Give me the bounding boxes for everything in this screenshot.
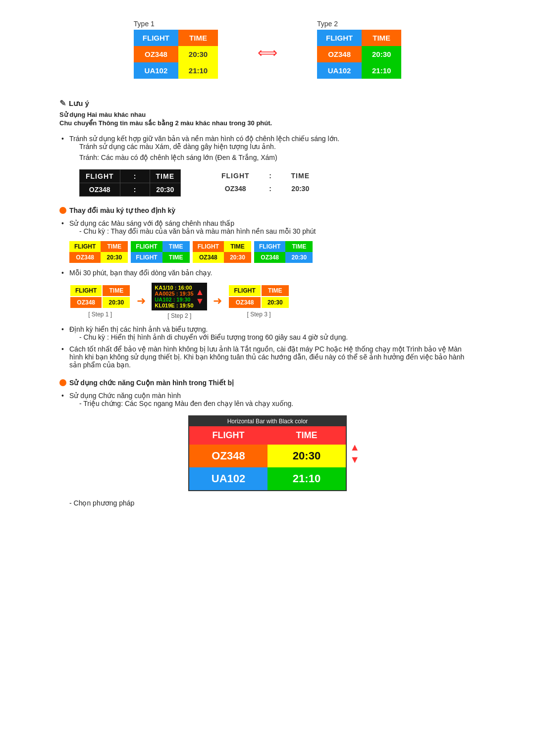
table-row: FLIGHT TIME [131,252,189,263]
type1-row1-flight: OZ348 [134,46,178,62]
table-row: OZ348 20:30 [254,252,313,263]
s3-d2: 20:30 [262,297,289,308]
type1-row2-flight: UA102 [134,62,178,79]
table-row: FLIGHT TIME [69,241,128,252]
list-item: Định kỳ hiển thị các hình ảnh và biểu tư… [59,325,476,341]
note-subtitle2: Chu chuyển Thông tin màu sắc bằng 2 màu … [59,119,476,127]
list-item: Cách tốt nhất để bảo vệ màn hình không b… [59,345,476,369]
type2-table: FLIGHT TIME OZ348 20:30 UA102 21:10 [317,30,401,79]
comparison-arrow: ⟺ [258,20,277,61]
note-subtitle1: Sử dụng Hai màu khác nhau [59,111,476,118]
table-row: OZ348 : 20:30 [80,183,181,197]
section3-heading: Sử dụng chức năng Cuộn màn hình trong Th… [59,379,476,387]
section2-bullet2: Mỗi 30 phút, bạn thay đổi dòng văn bản c… [59,269,476,277]
cb4-d2: 20:30 [285,252,313,263]
type2-header-time: TIME [362,30,401,46]
cycle-box-1: FLIGHT TIME OZ348 20:30 [69,241,128,263]
cb2-d2: TIME [162,252,190,263]
hbar-data-time1: 20:30 [268,445,346,467]
step1-label: [ Step 1 ] [88,311,112,318]
step2-row3: UA102 : 19:30 [155,297,193,302]
list-item: Sử dụng Chức năng cuộn màn hình - Triệu … [59,392,476,407]
hbar-header-flight: FLIGHT [189,426,268,445]
cb2-h2: TIME [162,241,190,252]
section2-title: Thay đổi màu ký tự theo định kỳ [69,206,175,214]
plain-demo-colon: : [256,169,285,182]
type1-row2-time: 21:10 [178,62,218,79]
table-row: OZ348 20:30 [69,252,128,263]
cb3-h1: FLIGHT [193,241,224,252]
cycle-table-1: FLIGHT TIME OZ348 20:30 [69,241,128,263]
type2-header-flight: FLIGHT [317,30,362,46]
hbar-data-row1: OZ348 20:30 [189,445,346,467]
black-demo-header-time: TIME [150,170,180,183]
cb4-h2: TIME [285,241,313,252]
type1-row1-time: 20:30 [178,46,218,62]
note-section: ✎ Lưu ý Sử dụng Hai màu khác nhau Chu ch… [59,99,476,197]
table-row: OZ348 20:30 [317,46,401,62]
plain-demo-header-time: TIME [285,169,316,182]
indent-text: Tránh sử dụng các màu Xám, dễ dàng gây h… [69,143,476,151]
list-item: Mỗi 30 phút, bạn thay đổi dòng văn bản c… [59,269,476,277]
type1-label: Type 1 [134,20,218,28]
step1-table: FLIGHT TIME OZ348 20:30 [69,284,131,309]
table-row: OZ348 20:30 [193,252,251,263]
section2-bullets: Sử dụng các Màu sáng với độ sáng chênh n… [59,219,476,235]
section3-bullets: Sử dụng Chức năng cuộn màn hình - Triệu … [59,392,476,407]
step1-box: FLIGHT TIME OZ348 20:30 [ Step 1 ] [69,284,131,318]
hbar-header-row: FLIGHT TIME [189,426,346,445]
note-title: ✎ Lưu ý [59,99,476,108]
table-row: OZ348 20:30 [229,297,288,308]
plain-demo-table: FLIGHT : TIME OZ348 : 20:30 [215,169,316,195]
plain-demo-header-flight: FLIGHT [215,169,256,182]
step3-box: FLIGHT TIME OZ348 20:30 [ Step 3 ] [228,284,289,318]
solution-label: - Chọn phương pháp [59,499,476,507]
hbar-data-row2: UA102 21:10 [189,467,346,490]
cycle-table-2: FLIGHT TIME FLIGHT TIME [131,241,189,263]
step3-table: FLIGHT TIME OZ348 20:30 [228,284,289,309]
table-row: FLIGHT TIME [193,241,251,252]
hbar-scroll-arrows: ▲ ▼ [350,442,360,465]
table-row: FLIGHT TIME [254,241,313,252]
cb2-h1: FLIGHT [131,241,162,252]
step2-box: KA1/10 : 16:00 AA0025 : 19:35 UA102 : 19… [152,283,207,319]
type2-row2-time: 21:10 [362,62,401,79]
table-row: UA102 21:10 [134,62,218,79]
step2-display: KA1/10 : 16:00 AA0025 : 19:35 UA102 : 19… [152,283,207,310]
cycle-table-3: FLIGHT TIME OZ348 20:30 [193,241,251,263]
step-demo: FLIGHT TIME OZ348 20:30 [ Step 1 ] ➜ KA1… [69,283,476,319]
table-row: FLIGHT TIME [134,30,218,46]
list-item: Sử dụng các Màu sáng với độ sáng chênh n… [59,219,476,235]
cb1-d1: OZ348 [69,252,101,263]
table-row: FLIGHT TIME [70,285,130,296]
cycle-table-4: FLIGHT TIME OZ348 20:30 [254,241,313,263]
cb3-d1: OZ348 [193,252,224,263]
type1-header-flight: FLIGHT [134,30,178,46]
cb1-h1: FLIGHT [69,241,101,252]
black-demo-table: FLIGHT : TIME OZ348 : 20:30 [79,169,181,197]
hbar-header-time: TIME [268,426,346,445]
demo-comparison-row: FLIGHT : TIME OZ348 : 20:30 FLIGHT : TIM… [79,169,476,197]
step2-text: KA1/10 : 16:00 AA0025 : 19:35 UA102 : 19… [155,285,193,308]
cycle-demo: FLIGHT TIME OZ348 20:30 FLIGHT TIME FLIG… [69,241,476,263]
cb4-d1: OZ348 [254,252,285,263]
s1-h2: TIME [103,285,130,296]
table-row: FLIGHT TIME [317,30,401,46]
type2-row1-flight: OZ348 [317,46,362,62]
step2-arrow: ➜ [213,295,222,307]
black-demo-time: 20:30 [150,183,180,197]
table-row: FLIGHT : TIME [215,169,316,182]
cycle-box-4: FLIGHT TIME OZ348 20:30 [254,241,313,263]
type2-row1-time: 20:30 [362,46,401,62]
black-demo-colon: : [120,170,150,183]
section2-heading: Thay đổi màu ký tự theo định kỳ [59,206,476,214]
indent-text2: Tránh: Các màu có độ chênh lệch sáng lớn… [69,153,476,161]
indent-icon-cycle: - Chu kỳ : Hiển thị hình ảnh di chuyển v… [69,333,476,341]
type2-block: Type 2 FLIGHT TIME OZ348 20:30 UA102 21:… [317,20,401,79]
step2-label: [ Step 2 ] [167,312,191,319]
plain-demo-time: 20:30 [285,182,316,195]
section2-dot [59,207,66,214]
black-demo-flight: OZ348 [80,183,120,197]
hbar-container: Horizontal Bar with Black color FLIGHT T… [188,415,347,491]
table-row: OZ348 20:30 [70,297,130,308]
